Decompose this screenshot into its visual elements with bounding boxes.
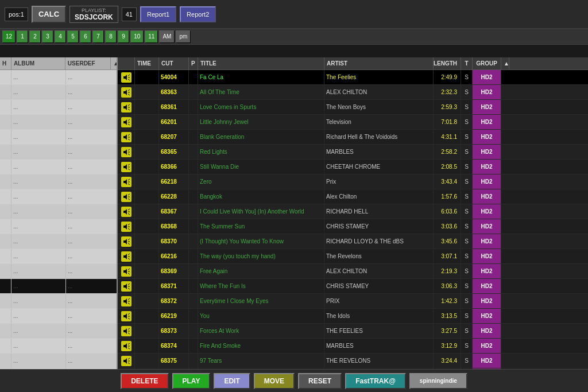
left-panel-row: ... ... [0, 279, 117, 294]
report1-button[interactable]: Report1 [140, 6, 176, 22]
title-cell: Little Johnny Jewel [198, 115, 324, 129]
left-panel-row: ... ... [0, 264, 117, 279]
move-button[interactable]: MOVE [254, 373, 295, 389]
speaker-icon [121, 147, 131, 157]
report2-button[interactable]: Report2 [180, 6, 216, 22]
table-row[interactable]: 68371 Where The Fun Is CHRIS STAMEY 3:06… [118, 279, 588, 294]
pos-box: pos:1 [5, 7, 28, 21]
group-cell: HD2 [473, 189, 501, 204]
artist-cell: MARBLES [324, 339, 434, 353]
cut-cell: 68365 [159, 145, 189, 159]
svg-marker-20 [123, 149, 127, 155]
svg-line-79 [128, 363, 130, 364]
length-cell: 3:07.1 [434, 249, 461, 263]
col-scroll-header: ▲ [501, 57, 509, 69]
playlist-label: PLAYLIST: [75, 7, 113, 13]
table-row[interactable]: 68368 The Summer Sun CHRIS STAMEY 3:03.6… [118, 219, 588, 234]
h-cell [0, 85, 11, 99]
hour-1-button[interactable]: 1 [17, 30, 28, 43]
group-cell: HD2 [473, 145, 501, 159]
svg-line-13 [128, 119, 130, 121]
delete-button[interactable]: DELETE [121, 373, 168, 389]
svg-marker-36 [123, 209, 127, 215]
table-row[interactable]: 68375 97 Tears THE REVELONS 3:24.4 S HD2 [118, 354, 588, 368]
t-cell: S [461, 249, 473, 263]
track-list: 54004 Fa Ce La The Feelies 2:49.9 S HD2 … [118, 70, 588, 369]
hour-7-button[interactable]: 7 [92, 30, 104, 43]
svg-line-45 [128, 239, 130, 240]
calc-button[interactable]: CALC [32, 6, 66, 23]
table-row[interactable]: 68370 (I Thought) You Wanted To Know RIC… [118, 234, 588, 249]
table-row[interactable]: 68365 Red Lights MARBLES 2:58.2 S HD2 [118, 145, 588, 160]
artist-cell: The Revelons [324, 249, 434, 263]
table-row[interactable]: 68363 All Of The Time ALEX CHILTON 2:32.… [118, 85, 588, 100]
title-cell: (I Thought) You Wanted To Know [198, 234, 324, 249]
edit-button[interactable]: EDIT [214, 373, 250, 389]
h-cell [0, 130, 11, 144]
artist-cell: Prix [324, 174, 434, 189]
artist-cell: ALEX CHILTON [324, 85, 434, 99]
hour-12-button[interactable]: 12 [2, 30, 16, 43]
table-row[interactable]: 68373 Forces At Work THE FEELIES 3:27.5 … [118, 324, 588, 339]
col-icon-header [118, 57, 135, 69]
speaker-icon [121, 341, 131, 351]
hour-2-button[interactable]: 2 [29, 30, 41, 43]
table-row[interactable]: 68372 Everytime I Close My Eyes PRIX 1:4… [118, 294, 588, 309]
hour-3-button[interactable]: 3 [42, 30, 53, 43]
time-cell [135, 70, 159, 84]
title-cell: Fa Ce La [198, 70, 324, 84]
pm-button[interactable]: pm [176, 30, 191, 43]
group-cell: HD2 [473, 100, 501, 114]
fasttrak-button[interactable]: FastTRAK@ [345, 373, 406, 389]
table-row[interactable]: 54004 Fa Ce La The Feelies 2:49.9 S HD2 [118, 70, 588, 85]
reset-button[interactable]: RESET [298, 373, 342, 389]
t-cell: S [461, 160, 473, 174]
h-cell [0, 309, 11, 323]
h-cell [0, 145, 11, 159]
table-row[interactable]: 66228 Bangkok Alex Chilton 1:57.6 S HD2 [118, 189, 588, 204]
title-cell: Zero [198, 174, 324, 189]
svg-line-19 [128, 139, 130, 140]
p-cell [189, 204, 198, 219]
table-row[interactable]: 68369 Free Again ALEX CHILTON 2:19.3 S H… [118, 264, 588, 279]
speaker-icon [121, 296, 131, 306]
p-cell [189, 100, 198, 114]
hour-6-button[interactable]: 6 [80, 30, 91, 43]
play-button[interactable]: PLAY [172, 373, 211, 389]
am-button[interactable]: AM [159, 30, 175, 43]
table-row[interactable]: 68361 Love Comes in Spurts The Neon Boys… [118, 100, 588, 115]
table-row[interactable]: 66218 Zero Prix 3:43.4 S HD2 [118, 174, 588, 189]
hour-4-button[interactable]: 4 [55, 30, 66, 43]
playlist-num: 41 [122, 7, 137, 21]
table-row[interactable]: 68366 Still Wanna Die CHEETAH CHROME 2:0… [118, 160, 588, 174]
p-cell [189, 354, 198, 368]
table-row[interactable]: 66201 Little Johnny Jewel Television 7:0… [118, 115, 588, 130]
svg-marker-64 [123, 313, 127, 319]
pos-label: pos:1 [9, 11, 24, 18]
hour-9-button[interactable]: 9 [118, 30, 129, 43]
table-row[interactable]: 68207 Blank Generation Richard Hell & Th… [118, 130, 588, 145]
hour-5-button[interactable]: 5 [67, 30, 79, 43]
userdef-cell: ... [66, 160, 112, 174]
cut-cell: 68369 [159, 264, 189, 278]
track-scroll-area[interactable]: 54004 Fa Ce La The Feelies 2:49.9 S HD2 … [118, 70, 588, 369]
title-cell: Still Wanna Die [198, 160, 324, 174]
speaker-icon [121, 207, 131, 217]
cut-cell: 54004 [159, 70, 189, 84]
hour-10-button[interactable]: 10 [130, 30, 144, 43]
table-row[interactable]: 66219 You The Idols 3:13.5 S HD2 [118, 309, 588, 324]
spinningindie-button[interactable]: spinningindie [409, 373, 467, 389]
h-cell [0, 189, 11, 204]
p-cell [189, 309, 198, 323]
artist-cell: RICHARD LLOYD & THE dBS [324, 234, 434, 249]
top-section: pos:1 CALC PLAYLIST: SDSJCORK 41 Report1… [0, 0, 588, 57]
cut-cell: 68368 [159, 219, 189, 234]
album-cell: ... [11, 115, 66, 129]
svg-line-61 [128, 298, 130, 300]
hour-11-button[interactable]: 11 [145, 30, 158, 43]
hour-8-button[interactable]: 8 [105, 30, 117, 43]
table-row[interactable]: 68374 Fire And Smoke MARBLES 3:12.9 S HD… [118, 339, 588, 354]
h-cell [0, 234, 11, 249]
table-row[interactable]: 66216 The way (you touch my hand) The Re… [118, 249, 588, 264]
table-row[interactable]: 68367 I Could Live With You] (In) Anothe… [118, 204, 588, 219]
